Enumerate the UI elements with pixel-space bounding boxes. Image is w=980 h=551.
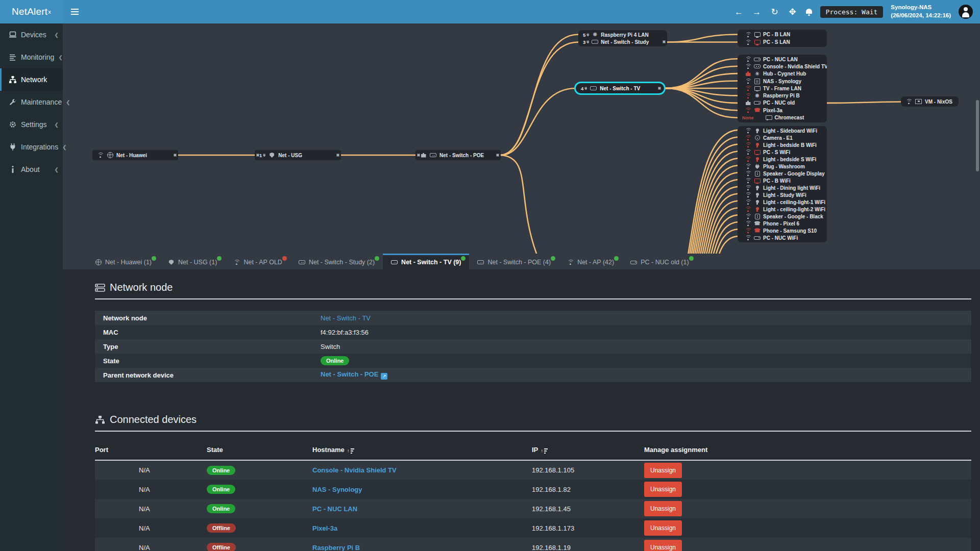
device-icon: [754, 128, 761, 134]
ip-cell: 192.168.1.105: [532, 460, 644, 480]
sidebar-item[interactable]: Integrations ❮: [0, 136, 63, 158]
network-node-tab[interactable]: Net - Switch - TV (9): [383, 254, 469, 269]
hostname-link[interactable]: Pixel-3a: [312, 524, 337, 532]
network-node-tab[interactable]: Net - AP OLD: [225, 254, 290, 269]
hostname-link[interactable]: Console - Nvidia Shield TV: [312, 466, 397, 474]
sidebar-item[interactable]: Maintenance ❮: [0, 91, 63, 113]
device-row[interactable]: Speaker - Google - Black: [738, 213, 827, 220]
network-node-tab[interactable]: Net - Switch - POE (4): [469, 254, 559, 269]
node-vm-nixos[interactable]: VM - NixOS: [901, 96, 959, 107]
node-net-switch-poe[interactable]: Net - Switch - POE: [415, 150, 501, 160]
device-row[interactable]: Plug - Washroom: [738, 163, 827, 170]
sidebar-toggle-button[interactable]: [63, 0, 86, 23]
node-label: Net - Huawei: [116, 153, 147, 158]
sidebar-item[interactable]: Devices ❮: [0, 23, 63, 46]
sort-icon[interactable]: ↑: [541, 448, 548, 454]
hostname-link[interactable]: NAS - Synology: [312, 486, 362, 493]
device-label: Light - bedside B WiFi: [763, 142, 817, 148]
sort-icon[interactable]: ↑: [347, 448, 354, 454]
user-avatar[interactable]: [959, 5, 973, 19]
move-pan-icon[interactable]: ✥: [788, 8, 798, 16]
unassign-button[interactable]: Unassign: [644, 501, 682, 516]
node-net-huawei[interactable]: Net - Huawei: [92, 150, 178, 160]
network-node-tab[interactable]: Net - AP (42): [559, 254, 622, 269]
device-row[interactable]: Light - Dining light WiFi: [738, 184, 827, 191]
device-row[interactable]: PC - NUC WiFi: [738, 234, 827, 241]
device-label: Light - Sideboard WiFi: [763, 128, 817, 134]
device-row[interactable]: Hub - Cygnet Hub: [738, 70, 827, 78]
external-link-icon[interactable]: ↗: [381, 373, 387, 380]
device-label: PC - B LAN: [763, 32, 790, 37]
device-icon: [754, 220, 761, 227]
chevron-left-icon: ❮: [55, 167, 59, 172]
scrollbar-thumb[interactable]: [976, 100, 979, 171]
device-group-study-children: PC - B LAN PC - S LAN: [738, 30, 827, 47]
device-row[interactable]: Light - ceiling-light-2 WiFi: [738, 206, 827, 213]
device-row[interactable]: Phone - Pixel 6: [738, 220, 827, 227]
device-row[interactable]: PC - NUC LAN: [738, 56, 827, 63]
device-row[interactable]: PC - B WiFi: [738, 177, 827, 184]
node-net-usg[interactable]: 1 Net - USG: [255, 150, 341, 160]
device-row[interactable]: Light - ceiling-light-1 WiFi: [738, 198, 827, 206]
diagram-node-row[interactable]: 3 Net - Switch - Study: [578, 38, 667, 45]
device-row[interactable]: Speaker - Google Display: [738, 170, 827, 177]
node-group-study[interactable]: 5 Raspberry Pi 4 LAN 3 Net - Switch - St…: [578, 30, 667, 46]
app-logo[interactable]: NetAlertx: [0, 0, 63, 23]
sidebar-item[interactable]: Network: [0, 68, 63, 91]
tab-icon: [477, 259, 484, 265]
device-row[interactable]: TV - Frame LAN: [738, 85, 827, 92]
node-link[interactable]: Net - Switch - TV: [321, 314, 371, 322]
device-row[interactable]: Light - Study WiFi: [738, 191, 827, 198]
network-node-tab[interactable]: Net - Huawei (1): [87, 254, 160, 269]
connection-icon: [745, 135, 751, 141]
device-row[interactable]: Console - Nvidia Shield TV: [738, 63, 827, 70]
device-row[interactable]: Light - bedside S WiFi: [738, 156, 827, 163]
device-row[interactable]: Light - Sideboard WiFi: [738, 127, 827, 134]
sidebar-item-icon: [9, 53, 17, 61]
diagram-node-row[interactable]: 5 Raspberry Pi 4 LAN: [578, 31, 667, 38]
column-header-ip: IP↑: [532, 440, 644, 460]
network-topology-diagram[interactable]: Net - Huawei 1 Net - USG Net - Switch - …: [63, 23, 980, 254]
sidebar-item[interactable]: Settings ❮: [0, 113, 63, 136]
sidebar-item[interactable]: About ❮: [0, 158, 63, 181]
device-label: Phone - Samsung S10: [763, 228, 817, 234]
connected-devices-section-title: Connected devices: [95, 414, 971, 425]
device-row[interactable]: None Chromecast: [738, 114, 827, 121]
row-label: Parent network device: [95, 368, 312, 382]
notifications-bell-icon[interactable]: [805, 8, 813, 16]
device-row[interactable]: Pixel-3a: [738, 107, 827, 114]
network-node-tab[interactable]: Net - USG (1): [160, 254, 225, 269]
device-table-row: N/A Offline Pixel-3a 192.168.1.173 Unass…: [95, 518, 971, 538]
device-row[interactable]: Raspberry Pi B: [738, 92, 827, 99]
shield-icon: [268, 152, 275, 158]
refresh-icon[interactable]: ↻: [770, 8, 780, 16]
unassign-button[interactable]: Unassign: [644, 463, 682, 478]
network-node-tab[interactable]: PC - NUC old (1): [622, 254, 697, 269]
unassign-button[interactable]: Unassign: [644, 482, 682, 497]
node-label: Net - USG: [278, 153, 302, 158]
sidebar-item[interactable]: Monitoring ❮: [0, 46, 63, 68]
device-row[interactable]: Light - bedside B WiFi: [738, 141, 827, 148]
hostname-link[interactable]: Raspberry Pi B: [312, 544, 360, 551]
connection-icon: [745, 199, 751, 205]
device-label: Light - ceiling-light-1 WiFi: [763, 199, 825, 205]
unassign-button[interactable]: Unassign: [644, 540, 682, 551]
state-badge: Offline: [207, 523, 236, 533]
unassign-button[interactable]: Unassign: [644, 520, 682, 536]
connection-icon: [745, 192, 751, 198]
device-row[interactable]: Camera - E1: [738, 134, 827, 141]
back-arrow-icon[interactable]: ←: [734, 8, 744, 16]
device-row[interactable]: NAS - Synology: [738, 78, 827, 85]
section-divider: [95, 298, 971, 299]
device-row[interactable]: PC - B LAN: [738, 31, 827, 38]
device-row[interactable]: PC - S WiFi: [738, 148, 827, 156]
device-row[interactable]: Phone - Samsung S10: [738, 227, 827, 234]
node-net-switch-tv-selected[interactable]: 4 Net - Switch - TV: [574, 82, 666, 95]
parent-node-link[interactable]: Net - Switch - POE: [321, 370, 378, 378]
device-row[interactable]: PC - S LAN: [738, 38, 827, 46]
forward-arrow-icon[interactable]: →: [752, 8, 762, 16]
network-node-tab[interactable]: Net - Switch - Study (2): [290, 254, 383, 269]
hostname-link[interactable]: PC - NUC LAN: [312, 505, 357, 513]
device-row[interactable]: PC - NUC old: [738, 99, 827, 107]
chevron-left-icon: ❮: [55, 122, 59, 128]
